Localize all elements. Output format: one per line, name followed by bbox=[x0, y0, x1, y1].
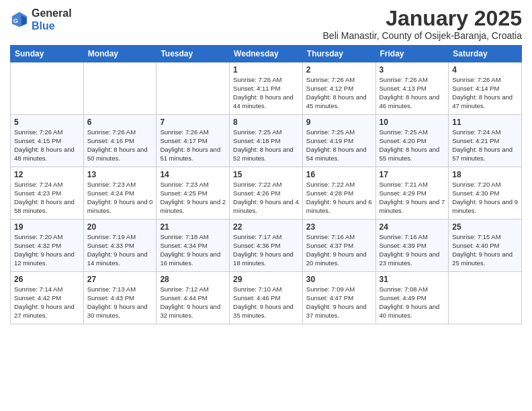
sunrise: Sunrise: 7:25 AM bbox=[306, 128, 355, 136]
daylight: Daylight: 9 hours and 14 minutes. bbox=[87, 250, 148, 267]
sunrise: Sunrise: 7:19 AM bbox=[87, 233, 136, 240]
sunset: Sunset: 4:21 PM bbox=[452, 137, 499, 144]
sunset: Sunset: 4:20 PM bbox=[380, 137, 427, 144]
day-info: Sunrise: 7:24 AM Sunset: 4:23 PM Dayligh… bbox=[14, 181, 80, 215]
sunset: Sunset: 4:40 PM bbox=[452, 242, 499, 249]
daylight: Daylight: 9 hours and 0 minutes. bbox=[87, 198, 153, 214]
cell-0-4: 2 Sunrise: 7:26 AM Sunset: 4:12 PM Dayli… bbox=[302, 62, 375, 115]
sunrise: Sunrise: 7:25 AM bbox=[233, 128, 281, 136]
daylight: Daylight: 9 hours and 30 minutes. bbox=[87, 303, 148, 319]
day-info: Sunrise: 7:25 AM Sunset: 4:20 PM Dayligh… bbox=[380, 128, 445, 163]
cell-1-1: 6 Sunrise: 7:26 AM Sunset: 4:16 PM Dayli… bbox=[83, 115, 157, 167]
day-number: 8 bbox=[233, 118, 299, 127]
sunrise: Sunrise: 7:26 AM bbox=[14, 128, 62, 136]
daylight: Daylight: 9 hours and 25 minutes. bbox=[452, 250, 513, 267]
daylight: Daylight: 8 hours and 51 minutes. bbox=[160, 146, 220, 162]
day-info: Sunrise: 7:26 AM Sunset: 4:16 PM Dayligh… bbox=[87, 128, 153, 163]
cell-3-4: 23 Sunrise: 7:16 AM Sunset: 4:37 PM Dayl… bbox=[302, 220, 375, 272]
cell-4-5: 31 Sunrise: 7:08 AM Sunset: 4:49 PM Dayl… bbox=[375, 272, 449, 324]
sunset: Sunset: 4:33 PM bbox=[87, 242, 134, 249]
cell-2-4: 16 Sunrise: 7:22 AM Sunset: 4:28 PM Dayl… bbox=[302, 167, 375, 220]
week-row-2: 12 Sunrise: 7:24 AM Sunset: 4:23 PM Dayl… bbox=[11, 167, 522, 220]
cell-0-2 bbox=[157, 62, 230, 115]
day-number: 27 bbox=[87, 275, 153, 284]
week-row-3: 19 Sunrise: 7:20 AM Sunset: 4:32 PM Dayl… bbox=[11, 220, 522, 272]
day-number: 25 bbox=[452, 222, 518, 232]
location-title: Beli Manastir, County of Osijek-Baranja,… bbox=[323, 30, 522, 41]
week-row-1: 5 Sunrise: 7:26 AM Sunset: 4:15 PM Dayli… bbox=[11, 115, 522, 167]
cell-4-2: 28 Sunrise: 7:12 AM Sunset: 4:44 PM Dayl… bbox=[157, 272, 230, 324]
day-number: 30 bbox=[306, 275, 372, 284]
sunset: Sunset: 4:43 PM bbox=[87, 294, 134, 302]
cell-4-4: 30 Sunrise: 7:09 AM Sunset: 4:47 PM Dayl… bbox=[302, 272, 375, 324]
day-number: 6 bbox=[87, 118, 153, 127]
daylight: Daylight: 9 hours and 18 minutes. bbox=[233, 250, 294, 267]
sunrise: Sunrise: 7:09 AM bbox=[306, 285, 355, 293]
sunset: Sunset: 4:25 PM bbox=[160, 189, 207, 197]
daylight: Daylight: 9 hours and 35 minutes. bbox=[233, 303, 294, 319]
day-number: 12 bbox=[14, 170, 80, 179]
cell-0-6: 4 Sunrise: 7:26 AM Sunset: 4:14 PM Dayli… bbox=[449, 62, 522, 115]
day-info: Sunrise: 7:21 AM Sunset: 4:29 PM Dayligh… bbox=[380, 181, 445, 215]
sunrise: Sunrise: 7:26 AM bbox=[380, 76, 428, 83]
sunrise: Sunrise: 7:26 AM bbox=[233, 76, 281, 83]
day-number: 28 bbox=[160, 275, 226, 284]
cell-4-1: 27 Sunrise: 7:13 AM Sunset: 4:43 PM Dayl… bbox=[83, 272, 157, 324]
sunset: Sunset: 4:47 PM bbox=[306, 294, 353, 302]
day-number: 29 bbox=[233, 275, 299, 284]
sunset: Sunset: 4:11 PM bbox=[233, 85, 280, 92]
title-section: January 2025 Beli Manastir, County of Os… bbox=[323, 7, 522, 41]
weekday-header-row: Sunday Monday Tuesday Wednesday Thursday… bbox=[11, 46, 522, 62]
header-wednesday: Wednesday bbox=[230, 46, 303, 62]
sunset: Sunset: 4:14 PM bbox=[452, 85, 499, 92]
daylight: Daylight: 9 hours and 4 minutes. bbox=[233, 198, 299, 214]
daylight: Daylight: 8 hours and 45 minutes. bbox=[306, 93, 367, 109]
day-info: Sunrise: 7:23 AM Sunset: 4:24 PM Dayligh… bbox=[87, 181, 153, 215]
day-number: 4 bbox=[452, 65, 518, 75]
sunset: Sunset: 4:13 PM bbox=[380, 85, 427, 92]
header-thursday: Thursday bbox=[302, 46, 375, 62]
sunrise: Sunrise: 7:14 AM bbox=[14, 285, 62, 293]
day-info: Sunrise: 7:14 AM Sunset: 4:42 PM Dayligh… bbox=[14, 285, 80, 320]
day-info: Sunrise: 7:26 AM Sunset: 4:14 PM Dayligh… bbox=[452, 76, 518, 110]
sunset: Sunset: 4:18 PM bbox=[233, 137, 280, 144]
day-info: Sunrise: 7:17 AM Sunset: 4:36 PM Dayligh… bbox=[233, 233, 299, 267]
cell-4-3: 29 Sunrise: 7:10 AM Sunset: 4:46 PM Dayl… bbox=[230, 272, 303, 324]
day-info: Sunrise: 7:12 AM Sunset: 4:44 PM Dayligh… bbox=[160, 285, 226, 320]
month-title: January 2025 bbox=[323, 7, 522, 30]
day-info: Sunrise: 7:26 AM Sunset: 4:13 PM Dayligh… bbox=[380, 76, 445, 110]
daylight: Daylight: 9 hours and 7 minutes. bbox=[380, 198, 445, 214]
logo-icon: G bbox=[10, 10, 29, 29]
cell-1-2: 7 Sunrise: 7:26 AM Sunset: 4:17 PM Dayli… bbox=[157, 115, 230, 167]
day-info: Sunrise: 7:19 AM Sunset: 4:33 PM Dayligh… bbox=[87, 233, 153, 267]
daylight: Daylight: 9 hours and 23 minutes. bbox=[380, 250, 440, 267]
header-saturday: Saturday bbox=[449, 46, 522, 62]
day-info: Sunrise: 7:24 AM Sunset: 4:21 PM Dayligh… bbox=[452, 128, 518, 163]
day-info: Sunrise: 7:20 AM Sunset: 4:30 PM Dayligh… bbox=[452, 181, 518, 215]
cell-1-4: 9 Sunrise: 7:25 AM Sunset: 4:19 PM Dayli… bbox=[302, 115, 375, 167]
daylight: Daylight: 8 hours and 50 minutes. bbox=[87, 146, 148, 162]
daylight: Daylight: 8 hours and 58 minutes. bbox=[14, 198, 75, 214]
cell-1-5: 10 Sunrise: 7:25 AM Sunset: 4:20 PM Dayl… bbox=[375, 115, 449, 167]
day-info: Sunrise: 7:23 AM Sunset: 4:25 PM Dayligh… bbox=[160, 181, 226, 215]
sunset: Sunset: 4:37 PM bbox=[306, 242, 353, 249]
cell-2-2: 14 Sunrise: 7:23 AM Sunset: 4:25 PM Dayl… bbox=[157, 167, 230, 220]
daylight: Daylight: 9 hours and 32 minutes. bbox=[160, 303, 220, 319]
day-number: 26 bbox=[14, 275, 80, 284]
sunset: Sunset: 4:23 PM bbox=[14, 189, 61, 197]
cell-0-0 bbox=[11, 62, 84, 115]
cell-1-6: 11 Sunrise: 7:24 AM Sunset: 4:21 PM Dayl… bbox=[449, 115, 522, 167]
sunrise: Sunrise: 7:12 AM bbox=[160, 285, 208, 293]
header-sunday: Sunday bbox=[11, 46, 84, 62]
sunset: Sunset: 4:24 PM bbox=[87, 189, 134, 197]
sunrise: Sunrise: 7:26 AM bbox=[452, 76, 500, 83]
sunset: Sunset: 4:12 PM bbox=[306, 85, 353, 92]
daylight: Daylight: 9 hours and 37 minutes. bbox=[306, 303, 367, 319]
sunset: Sunset: 4:32 PM bbox=[14, 242, 61, 249]
day-number: 13 bbox=[87, 170, 153, 179]
sunrise: Sunrise: 7:20 AM bbox=[14, 233, 62, 240]
daylight: Daylight: 9 hours and 40 minutes. bbox=[380, 303, 440, 319]
cell-4-6 bbox=[449, 272, 522, 324]
daylight: Daylight: 9 hours and 2 minutes. bbox=[160, 198, 226, 214]
cell-3-0: 19 Sunrise: 7:20 AM Sunset: 4:32 PM Dayl… bbox=[11, 220, 84, 272]
